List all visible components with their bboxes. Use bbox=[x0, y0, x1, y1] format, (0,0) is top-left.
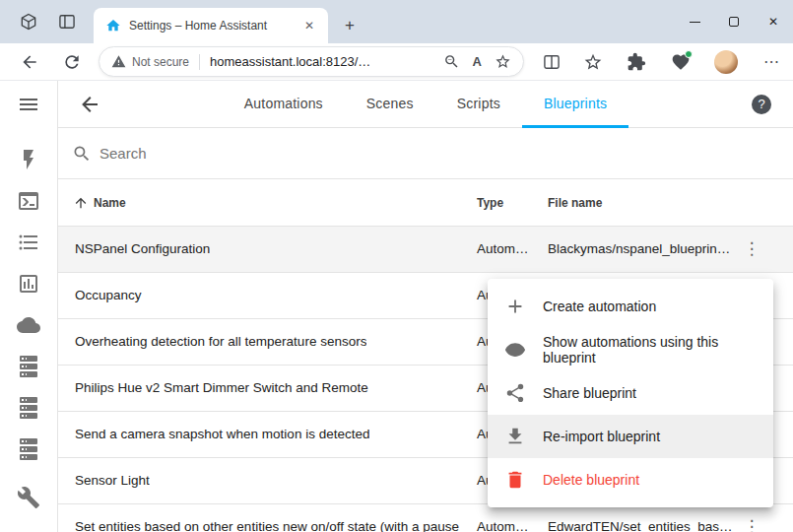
blueprint-name: NSPanel Configuration bbox=[75, 227, 210, 272]
sidebar-item-logbook[interactable] bbox=[17, 231, 40, 254]
ha-back-icon[interactable] bbox=[78, 93, 101, 116]
vertical-tabs-icon[interactable] bbox=[57, 12, 77, 32]
maximize-icon bbox=[729, 17, 739, 27]
search-placeholder: Search bbox=[99, 128, 147, 179]
blueprint-name: Send a camera snapshot when motion is de… bbox=[75, 412, 369, 457]
menu-item-label: Delete blueprint bbox=[543, 472, 639, 488]
refresh-icon[interactable] bbox=[62, 52, 82, 72]
blueprint-name: Sensor Light bbox=[75, 458, 150, 503]
security-status-label: Not secure bbox=[132, 55, 189, 69]
browser-toolbar: Not secure homeassistant.local:8123/… A … bbox=[0, 43, 793, 81]
menu-item-label: Share blueprint bbox=[543, 385, 636, 401]
blueprint-name: Overheating detection for all temperatur… bbox=[75, 319, 366, 365]
address-divider bbox=[199, 54, 200, 70]
help-icon[interactable]: ? bbox=[752, 95, 771, 114]
ha-tab-bar: Automations Scenes Scripts Blueprints bbox=[117, 81, 734, 128]
search-input[interactable]: Search bbox=[58, 128, 793, 179]
back-icon[interactable] bbox=[20, 52, 39, 72]
sidebar-item-server-3[interactable] bbox=[17, 437, 40, 461]
window-controls: ✕ bbox=[675, 0, 793, 43]
blueprint-file: EdwardTEN/set_entities_bas… bbox=[548, 504, 760, 532]
share-icon bbox=[504, 382, 526, 404]
tab-scripts[interactable]: Scripts bbox=[435, 81, 522, 128]
menu-item-label: Show automations using this blueprint bbox=[543, 334, 757, 366]
menu-item-reimport-blueprint[interactable]: Re-import blueprint bbox=[488, 415, 773, 458]
menu-item-delete-blueprint[interactable]: Delete blueprint bbox=[488, 458, 773, 501]
sidebar-item-terminal[interactable] bbox=[17, 189, 40, 213]
browser-titlebar: Settings – Home Assistant ✕ + ✕ bbox=[0, 0, 793, 43]
profile-avatar[interactable] bbox=[714, 50, 738, 74]
maximize-button[interactable] bbox=[714, 0, 754, 43]
browser-essentials-icon[interactable] bbox=[671, 52, 691, 72]
essentials-status-dot bbox=[685, 50, 693, 58]
header-name[interactable]: Name bbox=[94, 179, 126, 227]
tab-automations[interactable]: Automations bbox=[223, 81, 345, 128]
menu-item-show-automations[interactable]: Show automations using this blueprint bbox=[488, 328, 773, 371]
menu-item-label: Re-import blueprint bbox=[543, 429, 660, 444]
eye-icon bbox=[504, 339, 526, 361]
zoom-icon[interactable] bbox=[443, 53, 460, 70]
address-bar[interactable]: Not secure homeassistant.local:8123/… A bbox=[99, 46, 524, 77]
blueprint-context-menu: Create automation Show automations using… bbox=[488, 279, 773, 507]
header-file-name[interactable]: File name bbox=[548, 179, 602, 227]
sidebar-item-server-1[interactable] bbox=[17, 355, 40, 378]
blueprint-name: Philips Hue v2 Smart Dimmer Switch and R… bbox=[75, 366, 368, 411]
close-window-button[interactable]: ✕ bbox=[754, 0, 793, 43]
ha-appbar: Automations Scenes Scripts Blueprints ? bbox=[58, 81, 793, 128]
new-tab-button[interactable]: + bbox=[339, 15, 361, 36]
tab-blueprints[interactable]: Blueprints bbox=[522, 81, 628, 128]
table-row[interactable]: Set entities based on other entities new… bbox=[58, 504, 793, 532]
browser-tab[interactable]: Settings – Home Assistant ✕ bbox=[94, 8, 328, 43]
blueprint-file: Blackymas/nspanel_blueprin… bbox=[548, 227, 760, 272]
menu-item-create-automation[interactable]: Create automation bbox=[488, 285, 773, 328]
sidebar-item-developer-tools[interactable] bbox=[17, 486, 40, 509]
blueprint-type: Autom… bbox=[477, 504, 529, 532]
minimize-icon bbox=[690, 22, 700, 23]
favorite-star-icon[interactable] bbox=[495, 53, 511, 70]
workspaces-icon[interactable] bbox=[19, 12, 38, 32]
menu-item-label: Create automation bbox=[543, 299, 656, 314]
ha-sidebar bbox=[0, 81, 58, 532]
download-icon bbox=[504, 426, 526, 447]
table-row[interactable]: NSPanel Configuration Autom… Blackymas/n… bbox=[58, 227, 793, 273]
sidebar-item-history[interactable] bbox=[17, 272, 40, 296]
url-text[interactable]: homeassistant.local:8123/… bbox=[210, 54, 370, 69]
read-aloud-icon[interactable]: A bbox=[473, 54, 482, 69]
browser-more-icon[interactable]: ⋯ bbox=[760, 49, 782, 73]
sidebar-item-server-2[interactable] bbox=[17, 396, 40, 420]
sidebar-item-cloud[interactable] bbox=[17, 313, 40, 337]
tab-title: Settings – Home Assistant bbox=[129, 19, 300, 33]
search-icon bbox=[72, 144, 92, 164]
tab-scenes[interactable]: Scenes bbox=[345, 81, 435, 128]
home-assistant-logo-icon bbox=[105, 18, 121, 33]
not-secure-warning-icon bbox=[111, 54, 126, 69]
row-overflow-icon[interactable]: ⋮ bbox=[740, 237, 763, 261]
split-screen-icon[interactable] bbox=[542, 52, 562, 72]
table-header: Name Type File name bbox=[58, 179, 793, 227]
trash-icon bbox=[504, 469, 526, 491]
sidebar-menu-icon[interactable] bbox=[17, 93, 40, 116]
blueprint-name: Occupancy bbox=[75, 273, 142, 318]
menu-item-share-blueprint[interactable]: Share blueprint bbox=[488, 371, 773, 415]
plus-icon bbox=[504, 296, 526, 317]
close-tab-icon[interactable]: ✕ bbox=[300, 17, 318, 34]
sort-ascending-icon[interactable] bbox=[73, 195, 89, 211]
header-type[interactable]: Type bbox=[477, 179, 503, 227]
minimize-button[interactable] bbox=[675, 0, 714, 43]
blueprint-name: Set entities based on other entities new… bbox=[75, 504, 459, 532]
extensions-icon[interactable] bbox=[627, 52, 646, 72]
sidebar-item-energy[interactable] bbox=[17, 148, 40, 171]
favorites-hub-icon[interactable] bbox=[583, 52, 603, 72]
row-overflow-icon[interactable]: ⋮ bbox=[740, 515, 763, 532]
blueprint-type: Autom… bbox=[477, 227, 529, 272]
